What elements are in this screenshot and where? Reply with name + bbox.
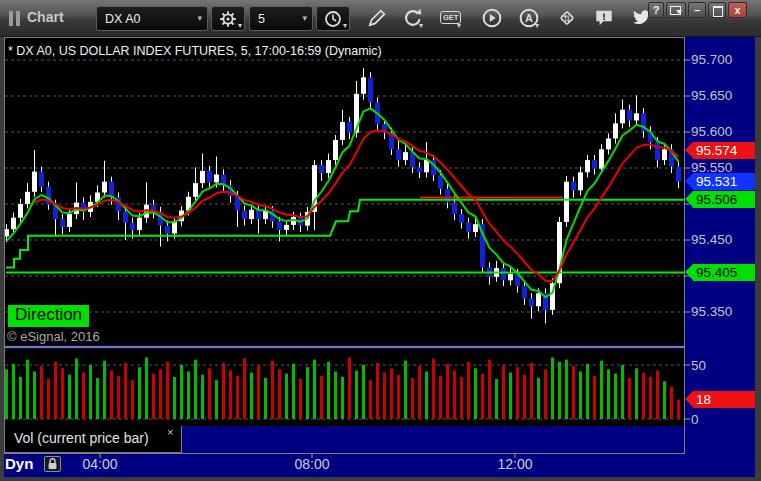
- window-title: Chart: [27, 9, 64, 25]
- auto-trade-button[interactable]: A ▾: [518, 7, 541, 30]
- price-axis-tick: 95.450: [691, 232, 732, 247]
- time-axis-label: 08:00: [288, 456, 336, 472]
- draw-tool-button[interactable]: [366, 7, 389, 30]
- time-axis: Dyn 04:0008:0012:00: [0, 453, 755, 477]
- play-icon: [481, 7, 503, 29]
- volume-axis-tick: 50: [691, 358, 706, 373]
- price-tag-icon: ⇅: [556, 7, 578, 29]
- esignal-chart-window: Chart DX A0 ▾ ▾ 5 ▾ ▾: [0, 0, 761, 481]
- price-tag-95.506: 95.506: [693, 191, 755, 208]
- dynamic-session-label[interactable]: Dyn: [5, 455, 33, 472]
- play-replay-button[interactable]: [481, 7, 504, 30]
- price-tag-95.531: 95.531: [693, 173, 755, 190]
- price-alert-button[interactable]: ⇅: [556, 7, 579, 30]
- chat-note-button[interactable]: [593, 7, 616, 30]
- price-axis-tick: 95.600: [691, 124, 732, 139]
- close-icon[interactable]: ×: [167, 427, 173, 437]
- chevron-down-icon: ▾: [197, 13, 202, 23]
- volume-axis-tick: 0: [691, 412, 699, 427]
- maximize-button[interactable]: [708, 2, 726, 18]
- chart-canvas[interactable]: [0, 37, 755, 477]
- close-button[interactable]: x: [728, 2, 747, 18]
- direction-indicator-label[interactable]: Direction: [8, 305, 89, 327]
- window-left-border: [0, 37, 4, 477]
- price-tag-95.405: 95.405: [693, 264, 755, 281]
- volume-tag-18: 18: [693, 391, 755, 408]
- interval-value: 5: [258, 12, 265, 26]
- time-axis-label: 12:00: [491, 456, 539, 472]
- svg-text:⇅: ⇅: [563, 13, 571, 24]
- chart-area: * DX A0, US DOLLAR INDEX FUTURES, 5, 17:…: [0, 37, 755, 477]
- chevron-down-icon: ▾: [457, 21, 461, 30]
- toolbar: Chart DX A0 ▾ ▾ 5 ▾ ▾: [0, 0, 761, 37]
- pencil-icon: [366, 7, 388, 29]
- time-template-button[interactable]: ▾: [316, 6, 350, 31]
- minimize-button[interactable]: –: [688, 2, 706, 18]
- chevron-down-icon: ▾: [238, 21, 242, 30]
- get-data-button[interactable]: GET ▾: [440, 7, 463, 30]
- volume-pane-title: Vol (current price bar): [14, 430, 149, 446]
- help-button[interactable]: ?: [648, 2, 664, 18]
- interval-dropdown[interactable]: 5 ▾: [249, 6, 313, 31]
- chevron-down-icon: ▾: [419, 21, 423, 30]
- symbol-dropdown[interactable]: DX A0 ▾: [96, 6, 208, 31]
- symbol-settings-button[interactable]: ▾: [211, 6, 245, 31]
- restore-down-button[interactable]: [666, 2, 686, 18]
- symbol-value: DX A0: [105, 12, 140, 26]
- svg-text:A: A: [525, 12, 533, 24]
- chart-window-icon: [9, 11, 23, 26]
- price-axis-tick: 95.650: [691, 88, 732, 103]
- copyright-watermark: © eSignal, 2016: [7, 329, 100, 344]
- reload-button[interactable]: ▾: [402, 7, 425, 30]
- volume-pane-label: Vol (current price bar) ×: [4, 426, 182, 453]
- volume-panel: [5, 349, 684, 426]
- chevron-down-icon: ▾: [343, 21, 347, 30]
- chevron-down-icon: ▾: [302, 13, 307, 23]
- price-tag-95.574: 95.574: [693, 142, 755, 159]
- time-axis-label: 04:00: [76, 456, 124, 472]
- lock-icon[interactable]: [44, 456, 61, 472]
- chart-title: * DX A0, US DOLLAR INDEX FUTURES, 5, 17:…: [8, 44, 382, 58]
- chat-bubble-icon: [593, 7, 615, 29]
- gear-icon: [218, 9, 238, 29]
- clock-icon: [323, 9, 343, 29]
- chevron-down-icon: ▾: [535, 21, 539, 30]
- price-axis-tick: 95.350: [691, 304, 732, 319]
- price-axis-tick: 95.700: [691, 52, 732, 67]
